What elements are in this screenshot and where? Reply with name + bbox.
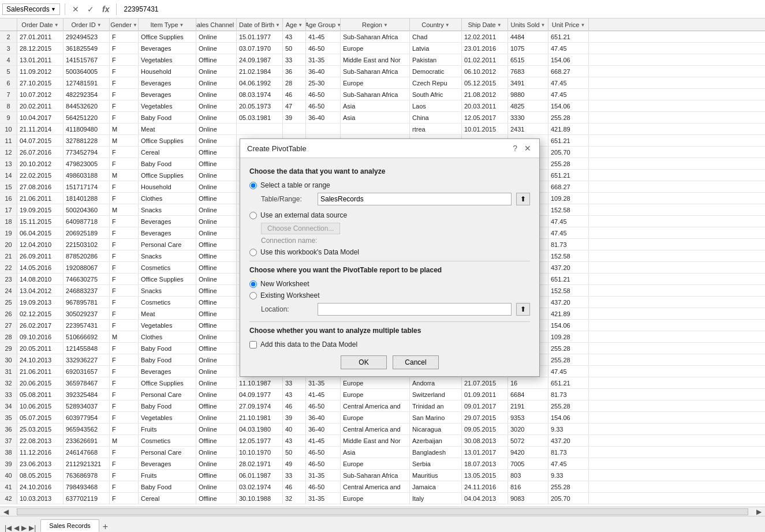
grid-cell[interactable]: Online	[196, 66, 237, 77]
grid-cell[interactable]: 08.05.2015	[17, 470, 64, 481]
grid-cell[interactable]: 181401288	[64, 193, 110, 204]
grid-cell[interactable]: 192088067	[64, 262, 110, 273]
grid-cell[interactable]: F	[110, 412, 139, 423]
grid-cell[interactable]: 26.07.2016	[17, 147, 64, 158]
grid-cell[interactable]: Office Supplies	[139, 377, 196, 388]
name-box[interactable]: SalesRecords ▼	[2, 3, 60, 15]
grid-cell[interactable]: 04.04.2013	[462, 493, 508, 504]
grid-cell[interactable]: Trinidad an	[410, 400, 462, 411]
grid-cell[interactable]: Europe	[341, 377, 410, 388]
grid-cell[interactable]: 46-50	[306, 43, 341, 54]
grid-cell[interactable]: 3020	[508, 424, 548, 434]
grid-cell[interactable]: 816	[508, 481, 548, 492]
grid-cell[interactable]: Europe	[341, 389, 410, 400]
grid-cell[interactable]: 500364005	[64, 66, 110, 77]
grid-cell[interactable]: 692031657	[64, 366, 110, 377]
grid-cell[interactable]: 255.28	[548, 343, 589, 354]
grid-cell[interactable]: F	[110, 54, 139, 65]
grid-cell[interactable]: 43	[283, 389, 306, 400]
grid-cell[interactable]: F	[110, 77, 139, 88]
grid-cell[interactable]: 46-50	[306, 400, 341, 411]
grid-cell[interactable]: Beverages	[139, 458, 196, 469]
grid-cell[interactable]: 9353	[508, 412, 548, 423]
grid-cell[interactable]: 844532620	[64, 100, 110, 111]
grid-cell[interactable]: 9.33	[548, 470, 589, 481]
grid-cell[interactable]: 01.09.2011	[462, 389, 508, 400]
grid-cell[interactable]: Democratic	[410, 66, 462, 77]
grid-cell[interactable]: Meat	[139, 308, 196, 319]
external-source-label[interactable]: Use an external data source	[260, 211, 347, 219]
dialog-help-button[interactable]: ?	[512, 144, 518, 153]
table-row[interactable]: 3410.06.2015528934037FBaby FoodOffline27…	[0, 400, 765, 412]
grid-cell[interactable]: 27.10.2015	[17, 77, 64, 88]
grid-cell[interactable]: 7005	[508, 458, 548, 469]
grid-cell[interactable]: 41-45	[306, 31, 341, 42]
grid-cell[interactable]: 24.10.2013	[17, 354, 64, 365]
existing-worksheet-label[interactable]: Existing Worksheet	[260, 291, 320, 299]
grid-cell[interactable]: 20.05.2011	[17, 343, 64, 354]
grid-cell[interactable]: 361825549	[64, 43, 110, 54]
grid-cell[interactable]: 6515	[508, 54, 548, 65]
grid-cell[interactable]: 23.06.2013	[17, 458, 64, 469]
grid-cell[interactable]: 28	[283, 77, 306, 88]
grid-cell[interactable]	[237, 123, 283, 134]
grid-cell[interactable]: Offline	[196, 262, 237, 273]
grid-cell[interactable]: Offline	[196, 54, 237, 65]
table-row[interactable]: 910.04.2017564251220FBaby FoodOnline05.0…	[0, 112, 765, 123]
col-header-unit-price[interactable]: Unit Price ▼	[548, 18, 589, 31]
grid-cell[interactable]: 28.02.1971	[237, 458, 283, 469]
grid-cell[interactable]: 33	[283, 54, 306, 65]
grid-cell[interactable]: Central America and	[341, 481, 410, 492]
grid-cell[interactable]: 392325484	[64, 389, 110, 400]
grid-cell[interactable]: 3491	[508, 77, 548, 88]
grid-cell[interactable]: F	[110, 297, 139, 308]
grid-cell[interactable]: 12.04.2010	[17, 239, 64, 250]
col-header-gender[interactable]: Gender ▼	[110, 18, 139, 31]
grid-cell[interactable]: 06.01.1987	[237, 470, 283, 481]
grid-cell[interactable]: 27.08.2016	[17, 181, 64, 192]
grid-cell[interactable]: 151717174	[64, 181, 110, 192]
grid-cell[interactable]: Chad	[410, 31, 462, 42]
grid-cell[interactable]: 9420	[508, 447, 548, 458]
grid-cell[interactable]: 640987718	[64, 216, 110, 227]
grid-cell[interactable]: Fruits	[139, 424, 196, 434]
table-row[interactable]: 3625.03.2015965943562FFruitsOnline04.03.…	[0, 424, 765, 435]
grid-cell[interactable]: Household	[139, 181, 196, 192]
grid-cell[interactable]: 154.06	[548, 54, 589, 65]
grid-cell[interactable]: 878520286	[64, 250, 110, 261]
formula-input[interactable]	[121, 4, 763, 14]
grid-cell[interactable]: Office Supplies	[139, 274, 196, 284]
grid-cell[interactable]: Baby Food	[139, 400, 196, 411]
grid-cell[interactable]: Czech Repu	[410, 77, 462, 88]
grid-cell[interactable]: Office Supplies	[139, 31, 196, 42]
grid-cell[interactable]: Cereal	[139, 147, 196, 158]
grid-cell[interactable]: 19.09.2013	[17, 297, 64, 308]
grid-cell[interactable]: 564251220	[64, 112, 110, 123]
grid-cell[interactable]: 21.06.2011	[17, 193, 64, 204]
grid-cell[interactable]: 47.45	[548, 77, 589, 88]
grid-cell[interactable]: Online	[196, 216, 237, 227]
grid-cell[interactable]: 154.06	[548, 320, 589, 331]
grid-cell[interactable]: 36	[283, 66, 306, 77]
grid-cell[interactable]: Baby Food	[139, 343, 196, 354]
grid-cell[interactable]: Meat	[139, 123, 196, 134]
grid-cell[interactable]: 205.70	[548, 147, 589, 158]
confirm-icon[interactable]: ✓	[85, 5, 96, 14]
grid-cell[interactable]: Clothes	[139, 193, 196, 204]
grid-cell[interactable]: Sub-Saharan Africa	[341, 89, 410, 100]
grid-cell[interactable]: 154.06	[548, 100, 589, 111]
grid-cell[interactable]: Central America and	[341, 424, 410, 434]
grid-cell[interactable]: 01.02.2011	[462, 54, 508, 65]
grid-cell[interactable]: 28.12.2015	[17, 43, 64, 54]
grid-cell[interactable]: 763686978	[64, 470, 110, 481]
grid-cell[interactable]: 40	[283, 424, 306, 434]
grid-cell[interactable]: 651.21	[548, 170, 589, 181]
grid-cell[interactable]: 05.07.2015	[17, 412, 64, 423]
grid-cell[interactable]: F	[110, 216, 139, 227]
grid-cell[interactable]: 46-50	[306, 89, 341, 100]
table-row[interactable]: 4210.03.2013637702119FCerealOffline30.10…	[0, 493, 765, 504]
grid-cell[interactable]: F	[110, 470, 139, 481]
table-range-upload-btn[interactable]: ⬆	[516, 193, 530, 205]
grid-cell[interactable]: Sub-Saharan Africa	[341, 31, 410, 42]
grid-cell[interactable]: 233626691	[64, 435, 110, 446]
